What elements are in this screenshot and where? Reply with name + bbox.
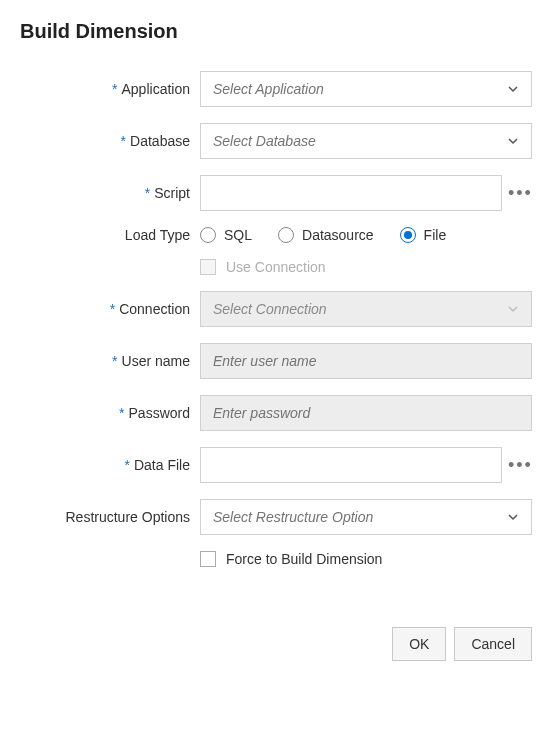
ellipsis-icon: ••• bbox=[508, 455, 533, 475]
dialog-footer: OK Cancel bbox=[20, 627, 532, 661]
load-type-sql-radio[interactable]: SQL bbox=[200, 227, 252, 243]
chevron-down-icon bbox=[507, 135, 519, 147]
database-select[interactable]: Select Database bbox=[200, 123, 532, 159]
user-name-input[interactable] bbox=[200, 343, 532, 379]
script-browse-button[interactable]: ••• bbox=[508, 183, 532, 204]
force-build-checkbox[interactable]: Force to Build Dimension bbox=[200, 551, 382, 567]
restructure-label: Restructure Options bbox=[20, 509, 200, 525]
application-select[interactable]: Select Application bbox=[200, 71, 532, 107]
build-dimension-form: *Application Select Application *Databas… bbox=[20, 71, 532, 567]
database-label: *Database bbox=[20, 133, 200, 149]
data-file-input[interactable] bbox=[200, 447, 502, 483]
radio-icon bbox=[200, 227, 216, 243]
checkbox-icon bbox=[200, 259, 216, 275]
radio-checked-icon bbox=[400, 227, 416, 243]
load-type-label: Load Type bbox=[20, 227, 200, 243]
connection-label: *Connection bbox=[20, 301, 200, 317]
ok-button[interactable]: OK bbox=[392, 627, 446, 661]
script-input[interactable] bbox=[200, 175, 502, 211]
radio-icon bbox=[278, 227, 294, 243]
ellipsis-icon: ••• bbox=[508, 183, 533, 203]
password-input[interactable] bbox=[200, 395, 532, 431]
load-type-datasource-radio[interactable]: Datasource bbox=[278, 227, 374, 243]
chevron-down-icon bbox=[507, 511, 519, 523]
cancel-button[interactable]: Cancel bbox=[454, 627, 532, 661]
application-label: *Application bbox=[20, 81, 200, 97]
script-label: *Script bbox=[20, 185, 200, 201]
data-file-browse-button[interactable]: ••• bbox=[508, 455, 532, 476]
checkbox-icon bbox=[200, 551, 216, 567]
password-label: *Password bbox=[20, 405, 200, 421]
user-name-label: *User name bbox=[20, 353, 200, 369]
chevron-down-icon bbox=[507, 83, 519, 95]
restructure-select[interactable]: Select Restructure Option bbox=[200, 499, 532, 535]
connection-select: Select Connection bbox=[200, 291, 532, 327]
load-type-file-radio[interactable]: File bbox=[400, 227, 447, 243]
data-file-label: *Data File bbox=[20, 457, 200, 473]
chevron-down-icon bbox=[507, 303, 519, 315]
load-type-radio-group: SQL Datasource File bbox=[200, 227, 446, 243]
page-title: Build Dimension bbox=[20, 20, 532, 43]
use-connection-checkbox: Use Connection bbox=[200, 259, 326, 275]
